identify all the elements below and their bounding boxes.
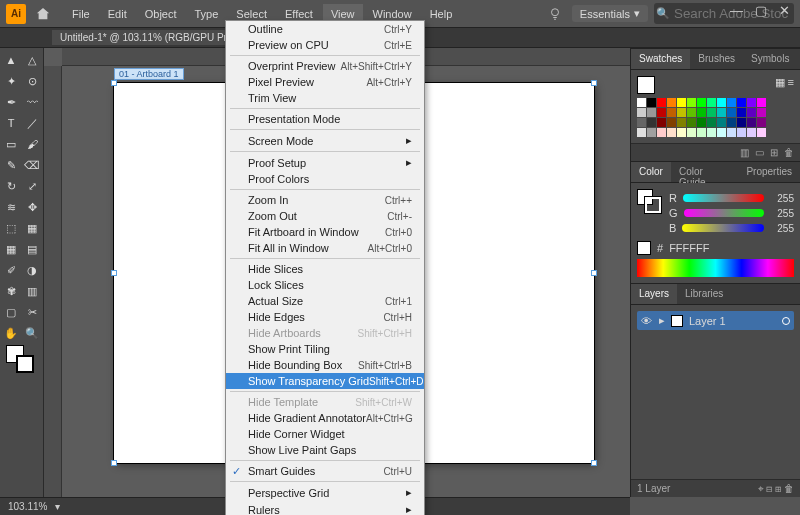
tool-column-graph[interactable]: ▥ xyxy=(23,282,41,300)
expand-icon[interactable]: ▸ xyxy=(659,314,665,327)
swatch[interactable] xyxy=(667,98,676,107)
swatch[interactable] xyxy=(717,108,726,117)
menu-help[interactable]: Help xyxy=(422,4,461,24)
chevron-down-icon[interactable]: ▾ xyxy=(55,501,60,512)
swatch[interactable] xyxy=(717,98,726,107)
swatch[interactable] xyxy=(677,118,686,127)
locate-icon[interactable]: ⌖ xyxy=(758,483,764,494)
new-swatch-icon[interactable]: ⊞ xyxy=(770,147,778,158)
menu-item-fit-artboard-in-window[interactable]: Fit Artboard in WindowCtrl+0 xyxy=(226,224,424,240)
menu-item-proof-setup[interactable]: Proof Setup▸ xyxy=(226,154,424,171)
menu-item-pixel-preview[interactable]: Pixel PreviewAlt+Ctrl+Y xyxy=(226,74,424,90)
swatch[interactable] xyxy=(677,128,686,137)
swatch[interactable] xyxy=(737,128,746,137)
menu-edit[interactable]: Edit xyxy=(100,4,135,24)
swatch[interactable] xyxy=(657,98,666,107)
menu-item-zoom-out[interactable]: Zoom OutCtrl+- xyxy=(226,208,424,224)
swatch[interactable] xyxy=(707,98,716,107)
color-slider-r[interactable]: R 255 xyxy=(669,192,794,204)
tab-libraries[interactable]: Libraries xyxy=(677,284,731,304)
tool-lasso[interactable]: ⊙ xyxy=(23,72,41,90)
tool-symbol-sprayer[interactable]: ✾ xyxy=(2,282,20,300)
menu-type[interactable]: Type xyxy=(187,4,227,24)
swatch[interactable] xyxy=(687,118,696,127)
tool-selection[interactable]: ▲ xyxy=(2,51,20,69)
swatch[interactable] xyxy=(727,108,736,117)
menu-item-smart-guides[interactable]: ✓Smart GuidesCtrl+U xyxy=(226,463,424,479)
tool-hand[interactable]: ✋ xyxy=(2,324,20,342)
menu-item-hide-edges[interactable]: Hide EdgesCtrl+H xyxy=(226,309,424,325)
tool-blend[interactable]: ◑ xyxy=(23,261,41,279)
new-swatch-group-icon[interactable]: ▭ xyxy=(755,147,764,158)
swatch[interactable] xyxy=(727,128,736,137)
swatch[interactable] xyxy=(657,128,666,137)
tool-pen[interactable]: ✒ xyxy=(2,93,20,111)
menu-item-show-print-tiling[interactable]: Show Print Tiling xyxy=(226,341,424,357)
bulb-icon[interactable] xyxy=(548,7,562,21)
swatch[interactable] xyxy=(697,98,706,107)
menu-file[interactable]: File xyxy=(64,4,98,24)
swatch[interactable] xyxy=(667,108,676,117)
tab-swatches[interactable]: Swatches xyxy=(631,49,690,69)
bbox-handle[interactable] xyxy=(591,270,597,276)
b-value[interactable]: 255 xyxy=(770,223,794,234)
swatch[interactable] xyxy=(637,108,646,117)
swatch[interactable] xyxy=(747,98,756,107)
swatch[interactable] xyxy=(697,128,706,137)
tab-symbols[interactable]: Symbols xyxy=(743,49,797,69)
swatch[interactable] xyxy=(757,108,766,117)
tool-direct-selection[interactable]: △ xyxy=(23,51,41,69)
tool-rotate[interactable]: ↻ xyxy=(2,177,20,195)
menu-item-perspective-grid[interactable]: Perspective Grid▸ xyxy=(226,484,424,501)
swatch[interactable] xyxy=(737,118,746,127)
swatch[interactable] xyxy=(757,118,766,127)
swatch[interactable] xyxy=(677,98,686,107)
menu-item-presentation-mode[interactable]: Presentation Mode xyxy=(226,111,424,127)
swatch[interactable] xyxy=(687,128,696,137)
tool-free-transform[interactable]: ✥ xyxy=(23,198,41,216)
window-maximize[interactable]: ▢ xyxy=(751,3,771,18)
window-close[interactable]: ✕ xyxy=(775,3,794,18)
swatch[interactable] xyxy=(747,108,756,117)
tab-color[interactable]: Color xyxy=(631,162,671,182)
menu-item-overprint-preview[interactable]: Overprint PreviewAlt+Shift+Ctrl+Y xyxy=(226,58,424,74)
swatch[interactable] xyxy=(667,128,676,137)
new-sublayer-icon[interactable]: ⊟ xyxy=(766,483,772,494)
swatch[interactable] xyxy=(757,98,766,107)
swatch[interactable] xyxy=(667,118,676,127)
tool-artboard[interactable]: ▢ xyxy=(2,303,20,321)
color-slider-b[interactable]: B 255 xyxy=(669,222,794,234)
swatch[interactable] xyxy=(687,98,696,107)
swatch[interactable] xyxy=(707,108,716,117)
swatch[interactable] xyxy=(647,98,656,107)
swatch[interactable] xyxy=(697,108,706,117)
visibility-icon[interactable]: 👁 xyxy=(641,315,653,327)
swatch[interactable] xyxy=(647,118,656,127)
swatch[interactable] xyxy=(637,128,646,137)
color-stroke-swatch[interactable] xyxy=(645,197,661,213)
tool-scale[interactable]: ⤢ xyxy=(23,177,41,195)
menu-item-zoom-in[interactable]: Zoom InCtrl++ xyxy=(226,192,424,208)
swatch[interactable] xyxy=(727,118,736,127)
menu-item-outline[interactable]: OutlineCtrl+Y xyxy=(226,21,424,37)
color-spectrum[interactable] xyxy=(637,259,794,277)
menu-item-hide-slices[interactable]: Hide Slices xyxy=(226,261,424,277)
swatch[interactable] xyxy=(707,128,716,137)
bbox-handle[interactable] xyxy=(591,460,597,466)
menu-item-hide-gradient-annotator[interactable]: Hide Gradient AnnotatorAlt+Ctrl+G xyxy=(226,410,424,426)
tool-magic-wand[interactable]: ✦ xyxy=(2,72,20,90)
layer-name[interactable]: Layer 1 xyxy=(689,315,726,327)
menu-item-trim-view[interactable]: Trim View xyxy=(226,90,424,106)
layer-row[interactable]: 👁 ▸ Layer 1 xyxy=(637,311,794,330)
tool-eraser[interactable]: ⌫ xyxy=(23,156,41,174)
swatch[interactable] xyxy=(747,118,756,127)
tab-layers[interactable]: Layers xyxy=(631,284,677,304)
window-minimize[interactable]: — xyxy=(726,3,747,18)
menu-item-show-transparency-grid[interactable]: Show Transparency GridShift+Ctrl+D xyxy=(226,373,424,389)
tab-color-guide[interactable]: Color Guide xyxy=(671,162,739,182)
menu-item-preview-on-cpu[interactable]: Preview on CPUCtrl+E xyxy=(226,37,424,53)
tab-properties[interactable]: Properties xyxy=(738,162,800,182)
color-slider-g[interactable]: G 255 xyxy=(669,207,794,219)
menu-item-fit-all-in-window[interactable]: Fit All in WindowAlt+Ctrl+0 xyxy=(226,240,424,256)
swatch[interactable] xyxy=(747,128,756,137)
